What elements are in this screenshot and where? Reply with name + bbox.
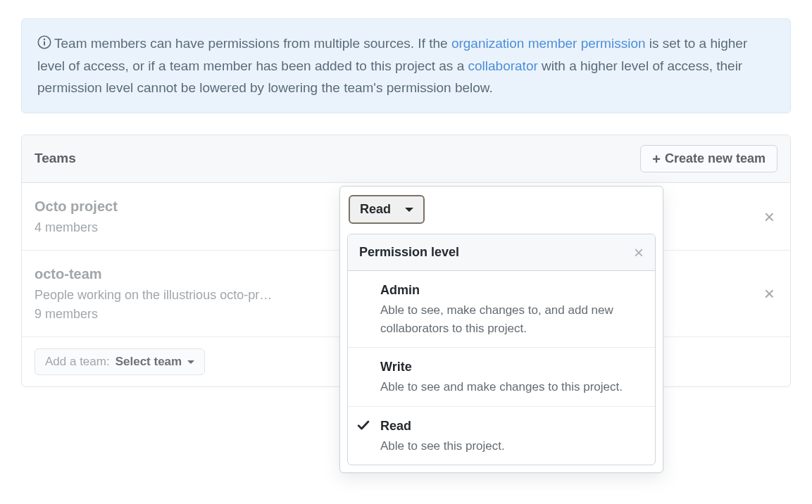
svg-rect-2 bbox=[44, 42, 45, 46]
teams-header: Teams + Create new team bbox=[22, 135, 790, 183]
info-flash: Team members can have permissions from m… bbox=[21, 18, 791, 113]
flash-text: Team members can have permissions from m… bbox=[54, 36, 451, 51]
dropdown-header: Permission level × bbox=[348, 234, 655, 271]
add-team-prefix: Add a team: bbox=[45, 355, 110, 369]
svg-point-1 bbox=[44, 39, 46, 41]
team-name[interactable]: octo-team bbox=[35, 263, 351, 284]
team-info: octo-team People working on the illustri… bbox=[35, 263, 351, 324]
permission-current-label: Read bbox=[360, 202, 391, 217]
option-desc: Able to see, make changes to, and add ne… bbox=[380, 301, 644, 337]
close-icon: × bbox=[764, 206, 775, 227]
team-description: People working on the illustrious octo-p… bbox=[35, 286, 302, 305]
add-team-select[interactable]: Add a team: Select team bbox=[35, 348, 205, 375]
permission-popover: Read Permission level × Admin Able to se… bbox=[339, 186, 663, 387]
close-icon: × bbox=[634, 243, 644, 262]
option-title: Write bbox=[380, 358, 644, 377]
dropdown-close-button[interactable]: × bbox=[634, 244, 644, 261]
permission-select-button[interactable]: Read bbox=[349, 195, 425, 224]
remove-team-button[interactable]: × bbox=[764, 284, 775, 303]
chevron-down-icon bbox=[187, 360, 194, 364]
team-name[interactable]: Octo project bbox=[35, 196, 351, 217]
team-info: Octo project 4 members bbox=[35, 196, 351, 237]
permission-option-write[interactable]: Write Able to see and make changes to th… bbox=[348, 348, 655, 387]
info-icon bbox=[37, 34, 51, 56]
option-title: Admin bbox=[380, 281, 644, 300]
remove-team-button[interactable]: × bbox=[764, 208, 775, 226]
create-team-button[interactable]: + Create new team bbox=[640, 145, 777, 172]
option-desc: Able to see and make changes to this pro… bbox=[380, 378, 644, 387]
permission-dropdown: Permission level × Admin Able to see, ma… bbox=[347, 234, 656, 387]
create-team-label: Create new team bbox=[665, 151, 766, 166]
plus-icon: + bbox=[652, 152, 661, 166]
permission-option-admin[interactable]: Admin Able to see, make changes to, and … bbox=[348, 271, 655, 348]
dropdown-title: Permission level bbox=[359, 243, 459, 262]
close-icon: × bbox=[764, 283, 775, 304]
teams-title: Teams bbox=[35, 149, 76, 169]
chevron-down-icon bbox=[405, 208, 413, 212]
team-members: 4 members bbox=[35, 218, 302, 237]
collaborator-link[interactable]: collaborator bbox=[468, 58, 538, 73]
org-permission-link[interactable]: organization member permission bbox=[451, 36, 646, 51]
add-team-label: Select team bbox=[115, 355, 182, 369]
team-members: 9 members bbox=[35, 305, 302, 324]
